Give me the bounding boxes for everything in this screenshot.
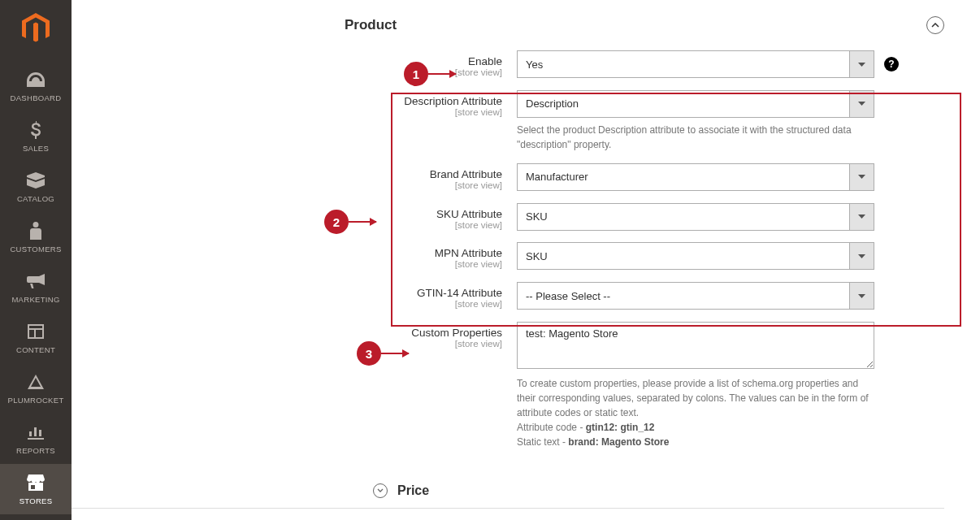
callout-badge: 3 xyxy=(357,341,381,366)
label-enable: Enable xyxy=(468,55,502,67)
select-gtin14-attr[interactable]: -- Please Select -- xyxy=(517,282,874,310)
label-mpn-attr: MPN Attribute xyxy=(435,247,502,259)
callout-badge: 1 xyxy=(404,62,428,86)
annotation-callout-1: 1 xyxy=(404,62,456,86)
layout-icon xyxy=(28,323,44,340)
chevron-down-icon xyxy=(849,164,874,190)
textarea-custom-props[interactable] xyxy=(517,322,874,369)
nav-label: SALES xyxy=(23,144,49,153)
scope-gtin14-attr: [store view] xyxy=(72,299,502,310)
select-brand-attr[interactable]: Manufacturer xyxy=(517,163,874,191)
scope-mpn-attr: [store view] xyxy=(72,259,502,271)
megaphone-icon xyxy=(27,272,45,290)
label-gtin14-attr: GTIN-14 Attribute xyxy=(417,287,502,299)
scope-brand-attr: [store view] xyxy=(72,180,502,192)
select-description-attr[interactable]: Description xyxy=(517,90,874,118)
select-enable[interactable]: Yes xyxy=(517,50,874,78)
select-mpn-attr[interactable]: SKU xyxy=(517,242,874,270)
chevron-down-icon xyxy=(373,483,388,498)
select-value: Manufacturer xyxy=(518,164,849,190)
row-gtin14-attr: GTIN-14 Attribute [store view] -- Please… xyxy=(72,282,944,310)
arrow-right-icon xyxy=(381,353,409,354)
annotation-callout-3: 3 xyxy=(357,341,409,366)
helper-description-attr: Select the product Description attribute… xyxy=(517,123,874,152)
nav-label: STORES xyxy=(20,496,53,505)
nav-plumrocket[interactable]: PLUMROCKET xyxy=(0,363,72,414)
row-brand-attr: Brand Attribute [store view] Manufacture… xyxy=(72,163,944,192)
nav-stores[interactable]: STORES xyxy=(0,464,72,514)
box-icon xyxy=(27,171,45,189)
form-area: Enable [store view] Yes ? Description At… xyxy=(72,50,980,449)
annotation-callout-2: 2 xyxy=(324,210,376,234)
nav-label: PLUMROCKET xyxy=(8,396,64,405)
person-icon xyxy=(30,222,41,240)
chart-icon xyxy=(28,423,44,441)
select-value: Yes xyxy=(518,51,849,77)
nav-label: REPORTS xyxy=(16,446,55,455)
label-description-attr: Description Attribute xyxy=(404,95,502,107)
nav-label: CATALOG xyxy=(17,194,54,203)
store-icon xyxy=(27,474,45,492)
nav-dashboard[interactable]: DASHBOARD xyxy=(0,61,72,111)
price-title: Price xyxy=(397,483,429,498)
select-value: -- Please Select -- xyxy=(518,283,849,309)
magento-logo[interactable] xyxy=(22,13,50,46)
callout-badge: 2 xyxy=(324,210,349,234)
nav-label: CUSTOMERS xyxy=(10,245,61,254)
scope-description-attr: [store view] xyxy=(72,107,502,119)
row-mpn-attr: MPN Attribute [store view] SKU xyxy=(72,242,944,271)
nav-sales[interactable]: SALES xyxy=(0,111,72,162)
admin-sidebar: DASHBOARD SALES CATALOG CUSTOMERS MARKET… xyxy=(0,0,72,520)
scope-sku-attr: [store view] xyxy=(72,220,502,232)
label-brand-attr: Brand Attribute xyxy=(430,168,502,180)
label-custom-props: Custom Properties xyxy=(411,327,502,339)
select-sku-attr[interactable]: SKU xyxy=(517,203,874,231)
scope-custom-props: [store view] xyxy=(72,339,502,350)
select-value: Description xyxy=(518,91,849,117)
nav-customers[interactable]: CUSTOMERS xyxy=(0,212,72,262)
arrow-right-icon xyxy=(428,73,456,75)
chevron-down-icon xyxy=(849,204,874,230)
help-icon[interactable]: ? xyxy=(884,57,899,72)
nav-content[interactable]: CONTENT xyxy=(0,313,72,363)
nav-reports[interactable]: REPORTS xyxy=(0,414,72,464)
nav-label: DASHBOARD xyxy=(11,93,62,102)
price-section-header[interactable]: Price xyxy=(72,461,944,509)
chevron-down-icon xyxy=(849,51,874,77)
nav-catalog[interactable]: CATALOG xyxy=(0,162,72,212)
nav-label: CONTENT xyxy=(16,345,55,354)
chevron-down-icon xyxy=(849,283,874,309)
dashboard-icon xyxy=(27,71,45,89)
nav-label: MARKETING xyxy=(11,295,59,304)
collapse-button[interactable] xyxy=(926,16,944,34)
section-title: Product xyxy=(345,17,397,33)
plumrocket-icon xyxy=(28,373,44,391)
row-description-attr: Description Attribute [store view] Descr… xyxy=(72,90,944,152)
row-enable: Enable [store view] Yes ? xyxy=(72,50,944,79)
chevron-down-icon xyxy=(849,243,874,269)
helper-custom-props: To create custom properties, please prov… xyxy=(517,376,874,449)
nav-marketing[interactable]: MARKETING xyxy=(0,262,72,313)
select-value: SKU xyxy=(518,204,849,230)
chevron-down-icon xyxy=(849,91,874,117)
row-sku-attr: SKU Attribute [store view] SKU xyxy=(72,203,944,232)
arrow-right-icon xyxy=(349,221,376,223)
product-section-header: Product xyxy=(72,16,980,50)
dollar-icon xyxy=(30,121,41,139)
main-content: Product Enable [store view] Yes ? Descri… xyxy=(72,0,980,520)
row-custom-props: Custom Properties [store view] To create… xyxy=(72,322,944,449)
label-sku-attr: SKU Attribute xyxy=(436,208,502,220)
select-value: SKU xyxy=(518,243,849,269)
